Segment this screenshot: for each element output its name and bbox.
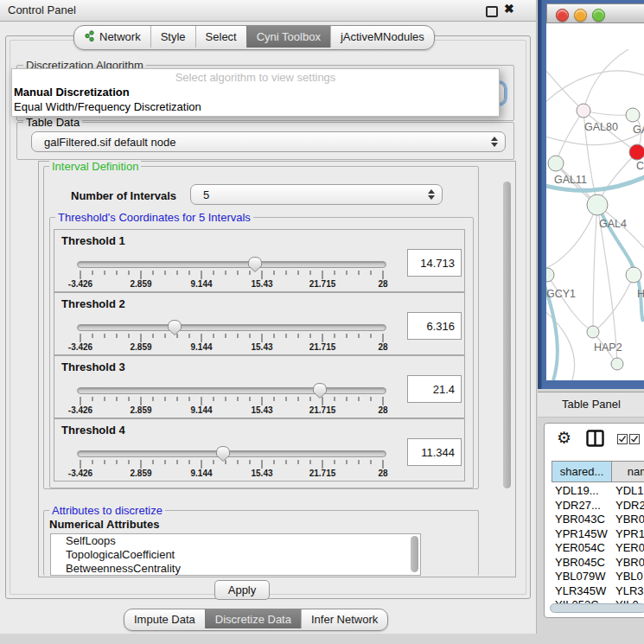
attribute-list-item[interactable]: BetweennessCentrality <box>51 562 420 576</box>
table-row[interactable]: YDL19...YDL1 <box>545 483 644 498</box>
threshold-slider[interactable]: -3.4262.8599.14415.4321.71528 <box>77 319 386 354</box>
slider-tick-labels: -3.4262.8599.14415.4321.71528 <box>77 469 386 479</box>
threshold-label: Threshold 3 <box>61 360 125 373</box>
tab-style[interactable]: Style <box>150 26 195 48</box>
network-node[interactable] <box>587 194 608 215</box>
table-row[interactable]: YPR145WYPR1 <box>545 526 644 541</box>
list-scrollbar-thumb[interactable] <box>411 536 418 572</box>
table-data-combo-value: galFiltered.sif default node <box>44 136 491 149</box>
network-window-titlebar <box>546 3 644 23</box>
network-canvas[interactable]: GAL80GACGAL11GAL4GCY1HHAP2 <box>546 23 644 380</box>
network-node[interactable] <box>611 358 623 370</box>
checkbox-icon[interactable] <box>629 434 640 447</box>
threshold-slider[interactable]: -3.4262.8599.14415.4321.71528 <box>77 382 386 417</box>
tab-network[interactable]: Network <box>74 26 150 48</box>
settings-vertical-scrollbar[interactable] <box>501 163 513 574</box>
network-node[interactable] <box>626 108 640 122</box>
network-node[interactable] <box>629 144 644 160</box>
scrollbar-thumb[interactable] <box>503 182 511 488</box>
slider-tick-label: -3.426 <box>68 405 92 415</box>
combo-arrows-icon <box>491 137 498 147</box>
dropdown-option-equal-width-frequency[interactable]: Equal Width/Frequency Discretization <box>14 100 201 113</box>
numerical-attributes-label: Numerical Attributes <box>49 518 159 531</box>
slider-thumb[interactable] <box>247 256 263 273</box>
tab-cyni-toolbox[interactable]: Cyni Toolbox <box>246 26 330 48</box>
table-row[interactable]: YER054CYER0 <box>545 540 644 555</box>
table-data-combo[interactable]: galFiltered.sif default node <box>31 131 506 152</box>
slider-tick-label: 2.859 <box>130 279 151 289</box>
slider-tick-label: 2.859 <box>130 405 151 415</box>
threshold-value-box[interactable]: 11.344 <box>407 438 462 466</box>
slider-tick-label: -3.426 <box>68 279 92 289</box>
tab-discretize-data[interactable]: Discretize Data <box>205 609 301 628</box>
gear-icon[interactable]: ⚙ <box>557 428 571 448</box>
slider-tick-label: 28 <box>378 405 387 415</box>
tab-jactivemnodules[interactable]: jActiveMNodules <box>330 26 434 48</box>
threshold-label: Threshold 2 <box>61 297 125 310</box>
algorithm-dropdown-popup: Select algorithm to view settings Manual… <box>11 68 500 117</box>
number-of-intervals-value: 5 <box>203 188 428 201</box>
slider-thumb[interactable] <box>167 319 182 336</box>
number-of-intervals-label: Number of Intervals <box>71 189 176 202</box>
column-header-shared[interactable]: shared... <box>552 461 612 482</box>
checkbox-icon[interactable] <box>617 434 628 447</box>
network-node[interactable] <box>577 104 590 118</box>
network-node[interactable] <box>546 268 554 282</box>
control-panel-title: Control Panel <box>8 3 76 16</box>
threshold-value-box[interactable]: 14.713 <box>407 249 462 277</box>
table-row[interactable]: YBR045CYBR0 <box>545 555 644 570</box>
tab-network-label: Network <box>99 30 141 43</box>
slider-thumb[interactable] <box>215 445 231 462</box>
close-traffic-light[interactable] <box>556 9 569 22</box>
slider-thumb[interactable] <box>312 382 328 399</box>
network-node[interactable] <box>626 267 641 283</box>
interval-definition-group-label: Interval Definition <box>49 161 141 172</box>
zoom-traffic-light[interactable] <box>592 9 605 22</box>
network-node-label: GAL11 <box>554 174 587 186</box>
slider-tick-label: 21.715 <box>309 469 336 478</box>
attribute-list-item[interactable]: TopologicalCoefficient <box>51 548 420 562</box>
table-row[interactable]: YBR043CYBR0 <box>545 512 644 526</box>
column-header-name[interactable]: name <box>611 461 644 482</box>
slider-tick-label: 9.144 <box>190 469 212 478</box>
slider-track[interactable] <box>77 450 386 457</box>
table-row[interactable]: YBL079WYBL0 <box>545 569 644 583</box>
number-of-intervals-combo[interactable]: 5 <box>190 184 443 205</box>
table-row[interactable]: YDR27...YDR2 <box>545 498 644 513</box>
split-view-icon[interactable] <box>586 430 605 451</box>
dropdown-option-manual-discretization[interactable]: Manual Discretization <box>14 86 130 99</box>
horizontal-scrollbar-thumb[interactable] <box>550 603 644 613</box>
close-icon[interactable]: ✖ <box>504 2 514 16</box>
threshold-slider[interactable]: -3.4262.8599.14415.4321.71528 <box>77 445 386 480</box>
tab-impute-data[interactable]: Impute Data <box>124 609 205 628</box>
threshold-value-box[interactable]: 6.316 <box>407 312 462 340</box>
network-node-label: GCY1 <box>546 288 576 300</box>
threshold-value-box[interactable]: 21.4 <box>407 375 462 403</box>
threshold-slider[interactable]: -3.4262.8599.14415.4321.71528 <box>77 256 386 290</box>
numerical-attributes-list[interactable]: SelfLoopsTopologicalCoefficientBetweenne… <box>50 533 421 576</box>
network-node[interactable] <box>587 326 599 338</box>
table-row[interactable]: YLR345WYLR3 <box>545 583 644 598</box>
attribute-list-item[interactable]: SelfLoops <box>51 534 420 548</box>
slider-track[interactable] <box>77 387 386 394</box>
slider-tick-label: -3.426 <box>68 469 92 478</box>
slider-tick-label: 15.43 <box>251 469 272 478</box>
dropdown-placeholder-item[interactable]: Select algorithm to view settings <box>12 71 499 84</box>
table-data-group-label: Table Data <box>23 117 82 128</box>
slider-track[interactable] <box>77 324 386 331</box>
minimize-traffic-light[interactable] <box>574 9 587 22</box>
tab-select[interactable]: Select <box>195 26 246 48</box>
float-window-icon[interactable] <box>486 6 498 17</box>
threshold-label: Threshold 1 <box>61 234 125 247</box>
slider-tick-label: 9.144 <box>190 342 212 352</box>
attributes-group-label: Attributes to discretize <box>49 505 165 516</box>
apply-button[interactable]: Apply <box>214 580 270 600</box>
network-node-label: HAP2 <box>594 341 622 354</box>
tab-infer-network[interactable]: Infer Network <box>301 609 387 628</box>
control-panel-titlebar: Control Panel ✖ <box>0 0 536 22</box>
slider-tick-label: 21.715 <box>309 405 336 415</box>
table-row[interactable]: YIL052CYIL0 <box>545 597 644 603</box>
network-node[interactable] <box>548 156 564 171</box>
slider-track[interactable] <box>77 261 386 268</box>
slider-tick-label: 15.43 <box>251 279 272 289</box>
